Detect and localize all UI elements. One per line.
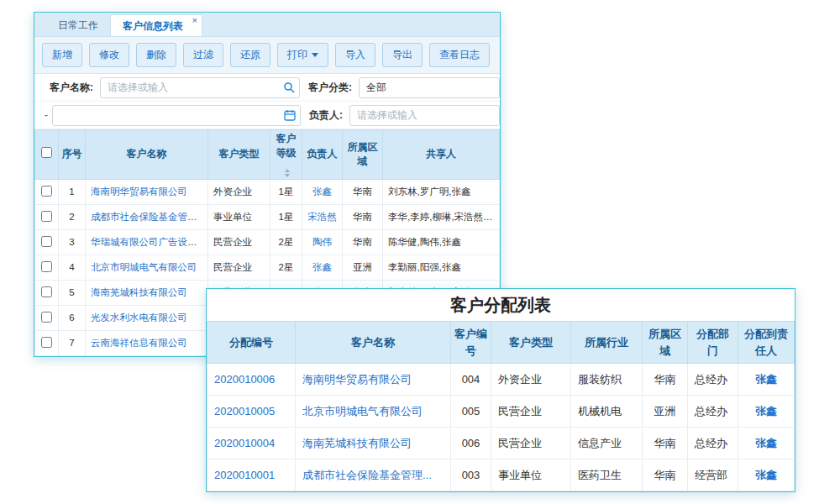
- owner-label: 负责人:: [309, 108, 343, 123]
- print-label: 打印: [287, 48, 307, 62]
- customer-name-link[interactable]: 光发水利水电有限公司: [91, 312, 187, 323]
- assignee-link[interactable]: 张鑫: [755, 373, 777, 386]
- shared-with: 李华,李婷,柳琳,宋浩然,张鑫: [383, 204, 500, 229]
- shared-with: 陈华健,陶伟,张鑫: [383, 229, 500, 255]
- customer-table-header-row: 序号 客户名称 客户类型 客户等级 负责人 所属区域 共享人: [35, 130, 500, 180]
- customer-type: 民营企业: [491, 428, 571, 459]
- row-no: 6: [59, 305, 86, 330]
- customer-name-link[interactable]: 海南明华贸易有限公司: [91, 186, 187, 197]
- customer-name-link[interactable]: 海南芜城科技有限公司: [302, 437, 412, 449]
- allocation-no-link[interactable]: 2020010006: [214, 373, 275, 386]
- customer-type: 事业单位: [208, 204, 270, 229]
- assignee-link[interactable]: 张鑫: [755, 437, 777, 449]
- filter-row-1: 客户名称: 客户分类:: [34, 74, 500, 102]
- select-all-cell: [35, 130, 59, 180]
- tab-daily-work[interactable]: 日常工作: [46, 14, 110, 36]
- customer-name-link[interactable]: 海南明华贸易有限公司: [302, 373, 412, 386]
- customer-name-label: 客户名称:: [50, 81, 93, 95]
- owner-link[interactable]: 张鑫: [312, 262, 332, 272]
- customer-level: 2星: [270, 255, 302, 280]
- export-button[interactable]: 导出: [382, 43, 423, 67]
- allocation-dept: 经营部: [688, 459, 738, 491]
- industry: 医药卫生: [571, 459, 643, 491]
- tab-customer-info-list[interactable]: 客户信息列表 ×: [110, 14, 202, 36]
- assignee-link[interactable]: 张鑫: [755, 405, 777, 417]
- customer-no: 006: [451, 428, 491, 459]
- row-checkbox[interactable]: [41, 211, 52, 222]
- table-row[interactable]: 4 北京市明城电气有限公司 民营企业 2星 张鑫 亚洲 李勤丽,阳强,张鑫: [35, 255, 500, 280]
- table-row[interactable]: 2020010006 海南明华贸易有限公司 004 外资企业 服装纺织 华南 总…: [207, 364, 795, 396]
- search-icon[interactable]: [283, 81, 295, 93]
- customer-name-link[interactable]: 北京市明城电气有限公司: [302, 405, 423, 417]
- table-row[interactable]: 1 海南明华贸易有限公司 外资企业 1星 张鑫 华南 刘东林,罗广明,张鑫: [35, 179, 500, 204]
- sort-icon[interactable]: [285, 169, 290, 177]
- row-checkbox[interactable]: [41, 261, 52, 272]
- customer-name-link[interactable]: 成都市社会保险基金管理...: [302, 469, 432, 481]
- row-checkbox[interactable]: [41, 337, 52, 348]
- owner-link[interactable]: 张鑫: [312, 186, 332, 197]
- region: 亚洲: [343, 255, 383, 280]
- restore-button[interactable]: 还原: [230, 43, 270, 67]
- allocation-no-link[interactable]: 2020010001: [214, 469, 275, 481]
- print-button[interactable]: 打印: [277, 43, 328, 67]
- allocation-dept: 总经办: [688, 428, 738, 459]
- region: 华南: [643, 364, 688, 396]
- region: 华南: [343, 229, 383, 255]
- customer-name-link[interactable]: 海南芜城科技有限公司: [91, 287, 187, 297]
- region: 华南: [343, 204, 383, 229]
- row-checkbox[interactable]: [41, 236, 52, 247]
- close-icon[interactable]: ×: [192, 16, 197, 25]
- column-header-level[interactable]: 客户等级: [270, 130, 302, 180]
- assignee-link[interactable]: 张鑫: [755, 469, 777, 481]
- customer-type: 外资企业: [491, 364, 571, 396]
- row-checkbox[interactable]: [41, 186, 52, 197]
- table-row[interactable]: 2020010005 北京市明城电气有限公司 005 民营企业 机械机电 亚洲 …: [207, 396, 795, 428]
- allocation-no-link[interactable]: 2020010004: [214, 437, 275, 449]
- customer-name-input[interactable]: [100, 77, 300, 98]
- allocation-dept: 总经办: [688, 364, 738, 396]
- table-row[interactable]: 2020010001 成都市社会保险基金管理... 003 事业单位 医药卫生 …: [207, 459, 795, 491]
- table-row[interactable]: 2 成都市社会保险基金管理... 事业单位 1星 宋浩然 华南 李华,李婷,柳琳…: [35, 204, 500, 229]
- add-button[interactable]: 新增: [42, 43, 82, 67]
- customer-type: 民营企业: [208, 255, 270, 280]
- owner-link[interactable]: 宋浩然: [307, 212, 337, 222]
- date-input[interactable]: [52, 105, 301, 126]
- allocation-table-header-row: 分配编号 客户名称 客户编号 客户类型 所属行业 所属区域 分配部门 分配到责任…: [207, 322, 795, 364]
- owner-link[interactable]: 陶伟: [312, 237, 332, 247]
- view-log-button[interactable]: 查看日志: [429, 43, 490, 67]
- industry: 服装纺织: [571, 364, 643, 396]
- customer-name-link[interactable]: 北京市明城电气有限公司: [91, 262, 197, 272]
- customer-name-link[interactable]: 云南海祥信息有限公司: [91, 338, 187, 348]
- allocation-dept: 总经办: [688, 396, 738, 428]
- region: 华南: [643, 459, 688, 491]
- customer-no: 005: [451, 396, 491, 428]
- row-no: 5: [59, 280, 86, 305]
- customer-category-label: 客户分类:: [308, 81, 352, 95]
- delete-button[interactable]: 删除: [136, 43, 176, 67]
- filter-button[interactable]: 过滤: [183, 43, 223, 67]
- customer-category-input[interactable]: [359, 77, 500, 98]
- row-no: 3: [59, 229, 86, 255]
- row-no: 7: [59, 330, 86, 355]
- customer-name-link[interactable]: 华瑞城有限公司广告设计部: [91, 237, 207, 247]
- row-checkbox[interactable]: [41, 312, 52, 323]
- row-checkbox[interactable]: [41, 286, 52, 297]
- column-header-region: 所属区域: [343, 130, 383, 180]
- toolbar: 新增 修改 删除 过滤 还原 打印 导入 导出 查看日志: [34, 37, 500, 74]
- allocation-no-link[interactable]: 2020010005: [214, 405, 275, 417]
- date-range-separator: -: [45, 109, 48, 121]
- table-row[interactable]: 2020010004 海南芜城科技有限公司 006 民营企业 信息产业 华南 总…: [207, 428, 795, 459]
- allocation-list-title: 客户分配列表: [207, 289, 795, 321]
- table-row[interactable]: 3 华瑞城有限公司广告设计部 民营企业 2星 陶伟 华南 陈华健,陶伟,张鑫: [35, 229, 500, 255]
- column-header-shared: 共享人: [383, 130, 500, 180]
- region: 亚洲: [643, 396, 688, 428]
- customer-name-link[interactable]: 成都市社会保险基金管理...: [91, 212, 205, 222]
- calendar-icon[interactable]: [284, 109, 296, 121]
- customer-name-field: [100, 77, 300, 98]
- edit-button[interactable]: 修改: [89, 43, 129, 67]
- customer-level: 2星: [270, 229, 302, 255]
- owner-input[interactable]: [349, 105, 500, 126]
- import-button[interactable]: 导入: [335, 43, 375, 67]
- select-all-checkbox[interactable]: [41, 147, 52, 158]
- industry: 信息产业: [571, 428, 643, 459]
